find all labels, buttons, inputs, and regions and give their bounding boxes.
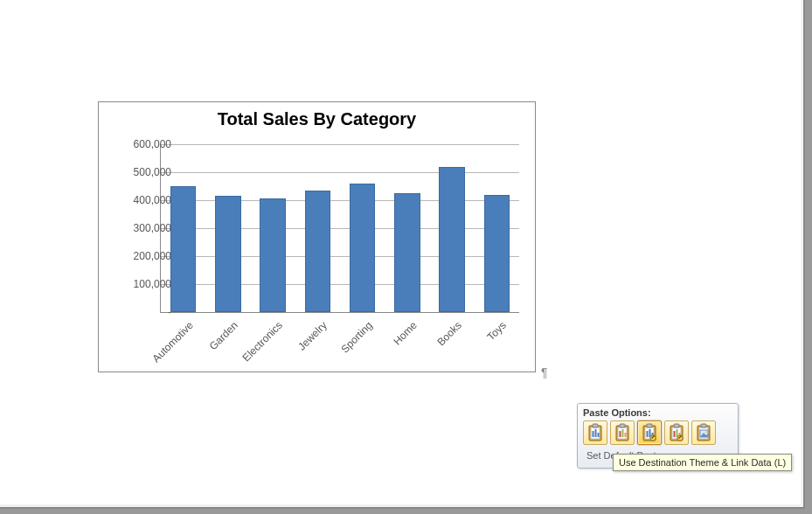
svg-rect-10 bbox=[622, 429, 624, 437]
x-tick-label: Toys bbox=[463, 319, 509, 365]
y-tick-label: - bbox=[122, 306, 171, 318]
paste-option-picture[interactable] bbox=[691, 420, 716, 445]
x-tick-label: Books bbox=[419, 319, 464, 365]
y-tick-label: 500,000 bbox=[122, 166, 171, 178]
y-tick-label: 400,000 bbox=[122, 194, 171, 206]
svg-rect-4 bbox=[595, 429, 597, 437]
y-tick-label: 200,000 bbox=[122, 250, 171, 262]
y-tick-label: 600,000 bbox=[122, 138, 171, 150]
svg-rect-15 bbox=[647, 431, 649, 437]
paste-option-use-dest-theme-link-data[interactable] bbox=[637, 420, 662, 445]
svg-point-18 bbox=[650, 435, 656, 441]
svg-point-31 bbox=[705, 431, 707, 433]
bar bbox=[215, 196, 241, 312]
bar bbox=[394, 193, 420, 312]
paragraph-mark: ¶ bbox=[541, 365, 548, 379]
bar bbox=[305, 191, 331, 312]
gridline bbox=[161, 144, 519, 145]
paste-options-buttons bbox=[583, 420, 732, 445]
x-tick-label: Home bbox=[373, 319, 419, 365]
gridline bbox=[161, 172, 519, 173]
paste-options-title: Paste Options: bbox=[583, 407, 732, 418]
svg-rect-2 bbox=[593, 424, 598, 427]
bar bbox=[260, 198, 286, 312]
chart-title: Total Sales By Category bbox=[99, 109, 535, 129]
bar bbox=[350, 184, 376, 312]
x-tick-label: Jewelry bbox=[284, 319, 330, 365]
bar bbox=[484, 195, 510, 312]
y-tick-label: 100,000 bbox=[122, 278, 171, 290]
bar bbox=[170, 186, 197, 312]
x-tick-label: Sporting bbox=[329, 319, 374, 365]
svg-rect-14 bbox=[647, 424, 652, 427]
svg-rect-9 bbox=[620, 431, 621, 437]
x-tick-label: Garden bbox=[194, 319, 239, 365]
x-tick-label: Electronics bbox=[239, 319, 285, 365]
x-tick-label: Automotive bbox=[149, 319, 195, 365]
paste-option-use-dest-theme-chart[interactable] bbox=[583, 420, 607, 445]
document-page: Total Sales By Category -100,000200,0003… bbox=[0, 0, 805, 509]
svg-rect-8 bbox=[620, 424, 625, 427]
svg-rect-11 bbox=[625, 433, 627, 437]
paste-tooltip: Use Destination Theme & Link Data (L) bbox=[613, 454, 792, 471]
y-tick-label: 300,000 bbox=[122, 222, 171, 234]
svg-rect-28 bbox=[701, 424, 706, 427]
paste-option-keep-source-link-data[interactable] bbox=[664, 420, 689, 445]
plot-area bbox=[160, 144, 519, 313]
chart-container[interactable]: Total Sales By Category -100,000200,0003… bbox=[98, 101, 536, 372]
bar bbox=[439, 167, 465, 312]
paste-option-keep-source-formatting[interactable] bbox=[610, 420, 635, 445]
svg-rect-3 bbox=[593, 431, 594, 437]
svg-rect-5 bbox=[598, 433, 600, 437]
svg-rect-21 bbox=[674, 424, 679, 427]
svg-rect-22 bbox=[674, 431, 676, 437]
svg-point-25 bbox=[677, 435, 683, 441]
